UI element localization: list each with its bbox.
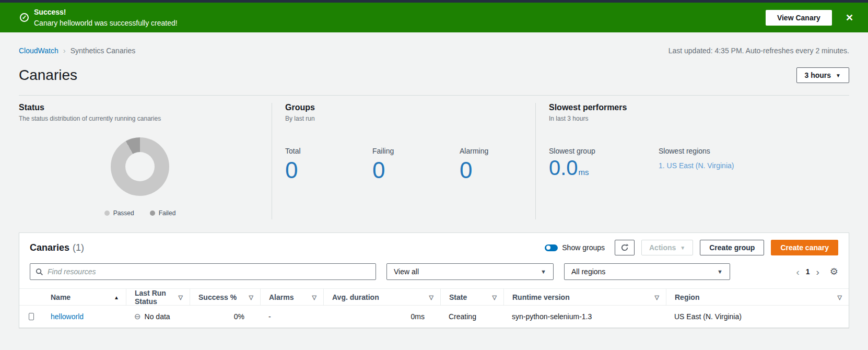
cell-alarms: - [260,306,323,328]
pagination: ‹ 1 › ⚙ [796,266,838,277]
runtime-version-column-label: Runtime version [512,293,570,301]
search-icon [36,268,43,276]
stat-failing: Failing 0 [372,147,460,182]
groups-subtitle: By last run [285,115,525,122]
time-range-label: 3 hours [805,71,831,79]
table-header: Name ▲ Last Run Status ▽ Success % ▽ Ala… [19,288,849,306]
stat-alarming: Alarming 0 [460,147,525,182]
alarms-column-label: Alarms [269,293,294,301]
dashboard: Status The status distribution of curren… [19,96,849,219]
last-updated-text: Last updated: 4:35 PM. Auto-refreshes ev… [668,46,849,55]
filter-icon[interactable]: ▽ [492,294,497,301]
search-box[interactable] [30,263,376,280]
next-page-icon[interactable]: › [816,267,819,277]
stat-total-label: Total [285,147,372,155]
cell-last-run-status: ⊖ No data [126,306,190,328]
groups-stats: Total 0 Failing 0 Alarming 0 [285,147,525,182]
filter-icon[interactable]: ▽ [655,294,659,301]
groups-section: Groups By last run Total 0 Failing 0 Ala… [272,103,535,219]
stat-failing-label: Failing [372,147,460,155]
canaries-card: Canaries (1) Show groups Actions ▼ C [19,232,849,328]
column-header-avg-duration[interactable]: Avg. duration ▽ [323,289,440,306]
chevron-down-icon: ▼ [717,269,723,275]
filter-icon[interactable]: ▽ [179,294,183,301]
column-header-name[interactable]: Name ▲ [42,289,126,306]
slowest-performers-section: Slowest performers In last 3 hours Slowe… [535,103,849,219]
close-icon[interactable]: ✕ [846,12,853,24]
row-checkbox[interactable] [29,313,34,320]
refresh-button[interactable] [615,240,635,255]
canaries-title: Canaries [30,242,69,253]
region-column-label: Region [675,293,699,301]
slowest-regions: Slowest regions 1. US East (N. Virginia) [659,147,839,179]
show-groups-label: Show groups [562,243,605,252]
view-filter-select[interactable]: View all ▼ [386,263,554,280]
column-header-region[interactable]: Region ▽ [666,289,849,306]
success-column-label: Success % [198,293,237,301]
cell-name: helloworld [42,306,126,328]
legend-item-failed: Failed [150,209,176,217]
column-header-alarms[interactable]: Alarms ▽ [260,289,323,306]
filter-icon[interactable]: ▽ [312,294,316,301]
name-column-label: Name [51,293,71,301]
create-group-button[interactable]: Create group [700,240,764,255]
time-range-dropdown[interactable]: 3 hours ▼ [796,67,849,83]
filter-icon[interactable]: ▽ [429,294,433,301]
state-column-label: State [449,293,467,301]
canary-name-link[interactable]: helloworld [51,312,84,321]
cell-avg-duration: 0ms [323,306,440,328]
create-canary-button[interactable]: Create canary [771,240,838,255]
title-row: Canaries 3 hours ▼ [19,67,849,84]
last-run-status-value: No data [145,312,170,321]
column-header-runtime-version[interactable]: Runtime version ▽ [503,289,666,306]
regions-filter-value: All regions [571,267,605,276]
status-subtitle: The status distribution of currently run… [19,115,261,122]
status-donut-wrap [111,137,169,196]
breadcrumb-row: CloudWatch › Synthetics Canaries Last up… [19,46,849,55]
previous-page-icon[interactable]: ‹ [796,267,799,277]
page-title: Canaries [19,67,77,84]
passed-dot-icon [104,211,110,216]
cell-region: US East (N. Virginia) [666,306,849,328]
search-input[interactable] [48,267,370,276]
page-number[interactable]: 1 [806,267,810,276]
canaries-header-controls: Show groups Actions ▼ Create group Creat… [545,240,838,255]
no-data-icon: ⊖ [134,312,141,321]
table-row: helloworld ⊖ No data 0% - 0ms Creating s… [19,306,849,328]
groups-title: Groups [285,103,525,112]
legend-failed-label: Failed [159,209,176,217]
breadcrumb-current: Synthetics Canaries [71,46,136,55]
legend-item-passed: Passed [104,209,134,217]
canaries-card-header: Canaries (1) Show groups Actions ▼ C [19,233,849,262]
slowest-title: Slowest performers [549,103,839,112]
avg-duration-column-label: Avg. duration [332,293,379,301]
chevron-down-icon: ▼ [680,245,685,251]
regions-filter-select[interactable]: All regions ▼ [564,263,730,280]
gear-icon[interactable]: ⚙ [830,266,838,277]
header-checkbox-cell [19,289,42,306]
column-header-last-run-status[interactable]: Last Run Status ▽ [126,289,190,306]
breadcrumb-cloudwatch-link[interactable]: CloudWatch [19,46,58,55]
canaries-count: (1) [73,242,84,253]
view-filter-value: View all [394,267,419,276]
column-header-state[interactable]: State ▽ [440,289,503,306]
filter-icon[interactable]: ▽ [249,294,253,301]
stat-failing-value: 0 [372,158,460,182]
slowest-group-unit: ms [579,168,589,177]
slowest-regions-label: Slowest regions [659,147,839,155]
show-groups-toggle[interactable]: Show groups [545,243,605,252]
sort-ascending-icon: ▲ [114,295,119,300]
filter-icon[interactable]: ▽ [838,294,842,301]
status-legend: Passed Failed [19,209,261,217]
toggle-icon[interactable] [545,244,558,251]
cell-state: Creating [440,306,503,328]
slowest-group-label: Slowest group [549,147,659,155]
slowest-region-link[interactable]: 1. US East (N. Virginia) [659,161,839,170]
chevron-down-icon: ▼ [836,73,841,78]
column-header-success[interactable]: Success % ▽ [190,289,260,306]
flash-title: Success! [34,7,178,17]
slowest-stats: Slowest group 0.0 ms Slowest regions 1. … [549,147,839,179]
status-donut-chart [111,137,169,196]
stat-alarming-value: 0 [460,158,525,182]
view-canary-button[interactable]: View Canary [766,10,832,26]
